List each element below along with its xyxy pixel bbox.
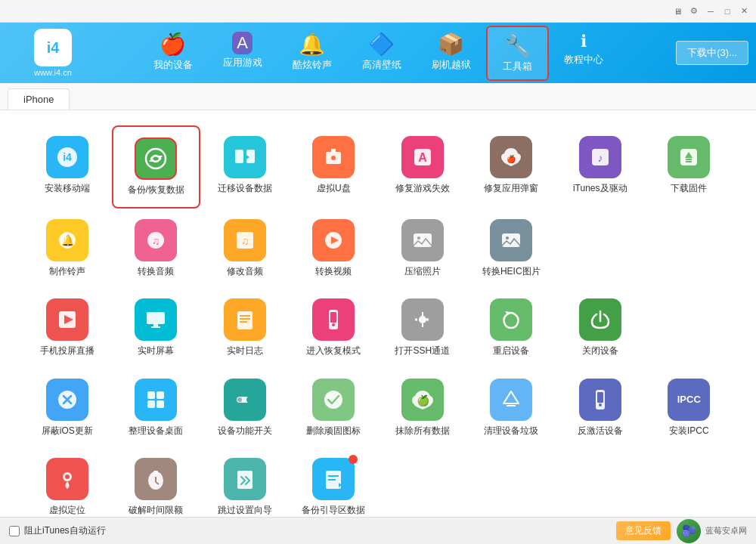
maximize-icon[interactable]: □ xyxy=(721,5,733,17)
device-toggle-label: 设备功能开关 xyxy=(218,425,272,437)
tool-make-ringtone[interactable]: 🔔制作铃声 xyxy=(23,209,112,289)
tool-virtual-location[interactable]: 虚拟定位 xyxy=(23,447,112,517)
tool-power-off[interactable]: 关闭设备 xyxy=(556,288,645,368)
screen-cast-icon xyxy=(46,298,88,341)
tool-migrate[interactable]: 迁移设备数据 xyxy=(200,125,290,209)
empty-cell xyxy=(556,209,645,289)
screen-cast-label: 手机投屏直播 xyxy=(40,345,94,357)
empty-cell xyxy=(467,447,556,517)
tool-restart-device[interactable]: 重启设备 xyxy=(467,288,556,368)
watermark-icon: 🫐 xyxy=(677,519,701,543)
download-button[interactable]: 下载中(3)... xyxy=(676,41,748,65)
empty-cell xyxy=(645,288,734,368)
svg-text:♫: ♫ xyxy=(241,235,249,247)
nav-tutorial[interactable]: ℹ 教程中心 xyxy=(549,26,618,81)
feedback-button[interactable]: 意见反馈 xyxy=(616,521,671,540)
realtime-screen-label: 实时屏幕 xyxy=(138,345,174,357)
svg-text:♫: ♫ xyxy=(152,235,160,247)
convert-video-label: 转换视频 xyxy=(315,266,352,278)
nav-apps[interactable]: A 应用游戏 xyxy=(208,26,277,81)
deactivate-label: 反激活设备 xyxy=(578,425,623,437)
tool-backup-guide[interactable]: 备份引导区数据 xyxy=(290,447,379,517)
tool-break-timelimit[interactable]: 破解时间限额 xyxy=(112,447,201,517)
nav-toolbox[interactable]: 🔧 工具箱 xyxy=(486,26,549,81)
tool-install-app[interactable]: i4安装移动端 xyxy=(23,125,112,209)
svg-rect-5 xyxy=(235,150,243,163)
convert-video-icon xyxy=(312,219,355,261)
edit-audio-label: 修改音频 xyxy=(227,266,263,278)
tool-download-firmware[interactable]: 下载固件 xyxy=(645,125,734,209)
tool-itunes-driver[interactable]: ♪iTunes及驱动 xyxy=(556,125,645,209)
compress-photo-icon xyxy=(401,219,444,261)
nav-ringtone[interactable]: 🔔 酷炫铃声 xyxy=(277,26,347,81)
convert-heic-label: 转换HEIC图片 xyxy=(482,266,541,278)
tool-clean-junk[interactable]: 清理设备垃圾 xyxy=(467,368,556,448)
install-app-icon: i4 xyxy=(46,136,88,178)
empty-cell xyxy=(378,447,467,517)
break-timelimit-label: 破解时间限额 xyxy=(129,505,183,517)
tool-delete-icon[interactable]: 删除顽固图标 xyxy=(290,368,379,448)
nav-wallpaper[interactable]: 🔷 高清壁纸 xyxy=(347,26,417,81)
nav-my-device[interactable]: 🍎 我的设备 xyxy=(138,26,208,81)
tool-ssh-tunnel[interactable]: 打开SSH通道 xyxy=(378,288,467,368)
itunes-checkbox[interactable] xyxy=(9,526,20,536)
convert-audio-icon: ♫ xyxy=(135,219,177,261)
tool-install-ipcc[interactable]: IPCC安装IPCC xyxy=(645,368,734,448)
main-content: i4安装移动端备份/恢复数据迁移设备数据虚拟U盘A修复游戏失效🍎修复应用弹窗♪i… xyxy=(0,110,756,517)
svg-point-31 xyxy=(506,236,509,240)
tool-screen-cast[interactable]: 手机投屏直播 xyxy=(23,288,112,368)
tool-compress-photo[interactable]: 压缩照片 xyxy=(378,209,467,289)
break-timelimit-icon xyxy=(135,458,177,500)
titlebar-controls: 🖥 ⚙ ─ □ ✕ xyxy=(671,5,750,17)
svg-point-29 xyxy=(417,236,420,240)
svg-text:🍏: 🍏 xyxy=(416,394,429,407)
tool-edit-audio[interactable]: ♫修改音频 xyxy=(200,209,290,289)
svg-point-2 xyxy=(146,149,166,168)
nav-items: 🍎 我的设备 A 应用游戏 🔔 酷炫铃声 🔷 高清壁纸 📦 刷机越狱 🔧 工具箱 xyxy=(98,26,658,81)
gear-icon[interactable]: ⚙ xyxy=(688,5,700,17)
svg-point-43 xyxy=(332,323,335,326)
virtual-udisk-icon xyxy=(312,136,355,178)
download-firmware-label: 下载固件 xyxy=(671,183,707,195)
tool-fix-popup[interactable]: 🍎修复应用弹窗 xyxy=(467,125,556,209)
backup-restore-icon xyxy=(135,138,177,180)
tool-convert-heic[interactable]: 转换HEIC图片 xyxy=(467,209,556,289)
fix-popup-icon: 🍎 xyxy=(490,136,532,178)
minimize-icon[interactable]: ─ xyxy=(705,5,717,17)
ringtone-icon: 🔔 xyxy=(299,32,325,57)
tool-deactivate[interactable]: 反激活设备 xyxy=(556,368,645,448)
bottombar: 阻止iTunes自动运行 意见反馈 🫐 蓝莓安卓网 xyxy=(0,517,756,544)
ssh-tunnel-label: 打开SSH通道 xyxy=(395,345,450,357)
migrate-icon xyxy=(224,136,266,178)
tool-backup-restore[interactable]: 备份/恢复数据 xyxy=(112,125,201,209)
tool-block-update[interactable]: 屏蔽iOS更新 xyxy=(23,368,112,448)
close-icon[interactable]: ✕ xyxy=(738,5,750,17)
nav-jailbreak[interactable]: 📦 刷机越狱 xyxy=(417,26,486,81)
tool-device-toggle[interactable]: 设备功能开关 xyxy=(200,368,290,448)
monitor-icon[interactable]: 🖥 xyxy=(671,5,683,17)
restart-device-icon xyxy=(490,298,532,341)
svg-rect-20 xyxy=(686,161,692,162)
tool-convert-video[interactable]: 转换视频 xyxy=(290,209,379,289)
tool-realtime-screen[interactable]: 实时屏幕 xyxy=(112,288,201,368)
tool-virtual-udisk[interactable]: 虚拟U盘 xyxy=(290,125,379,209)
tool-fix-game[interactable]: A修复游戏失效 xyxy=(378,125,467,209)
wallpaper-label: 高清壁纸 xyxy=(362,58,401,72)
fix-popup-label: 修复应用弹窗 xyxy=(484,183,538,195)
svg-rect-52 xyxy=(156,391,164,399)
install-ipcc-label: 安装IPCC xyxy=(669,425,709,437)
skip-setup-label: 跳过设置向导 xyxy=(218,505,272,517)
ringtone-label: 酷炫铃声 xyxy=(293,58,332,72)
jailbreak-label: 刷机越狱 xyxy=(432,58,471,72)
tool-convert-audio[interactable]: ♫转换音频 xyxy=(112,209,201,289)
tool-realtime-log[interactable]: 实时日志 xyxy=(200,288,290,368)
tool-skip-setup[interactable]: 跳过设置向导 xyxy=(200,447,290,517)
tool-recovery-mode[interactable]: 进入恢复模式 xyxy=(290,288,379,368)
tool-organize-desktop[interactable]: 整理设备桌面 xyxy=(112,368,201,448)
svg-rect-36 xyxy=(151,326,160,328)
iphone-tab[interactable]: iPhone xyxy=(8,88,70,110)
svg-point-65 xyxy=(599,403,602,406)
svg-rect-64 xyxy=(597,392,603,403)
svg-point-57 xyxy=(237,397,242,402)
tool-erase-data[interactable]: 🍏抹除所有数据 xyxy=(378,368,467,448)
